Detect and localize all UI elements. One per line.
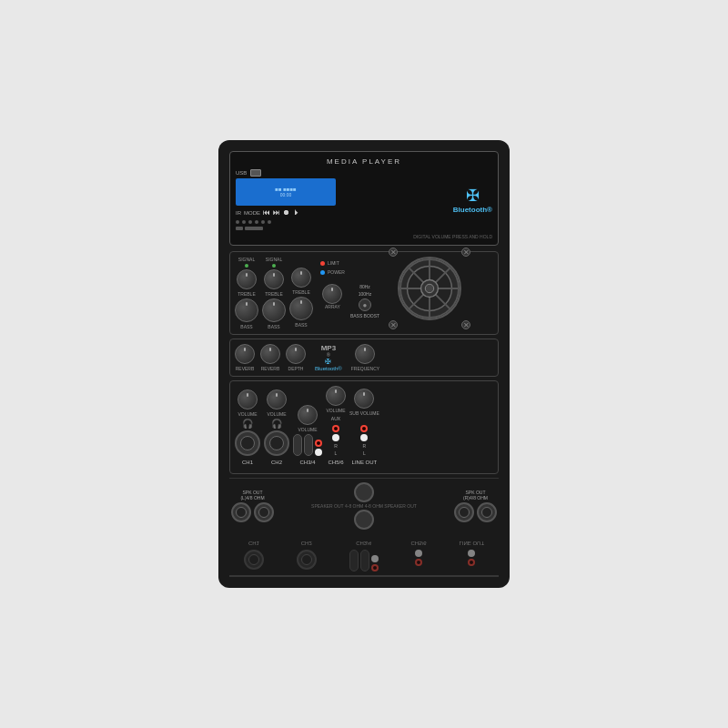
bass-boost-opt1: 80Hz	[359, 284, 370, 289]
spk-center-jack-2[interactable]	[354, 510, 374, 530]
refl-ch34-label: CH3/4	[356, 541, 371, 546]
vol-label-2: VOLUME	[267, 411, 286, 417]
array-knob[interactable]	[322, 284, 342, 304]
depth-knob[interactable]	[286, 344, 306, 364]
ir-label: IR	[236, 210, 241, 216]
ch56-label: CH5/6	[328, 460, 343, 465]
signal-led-2	[272, 264, 276, 268]
signal-led-1	[245, 264, 248, 268]
refl-lineout: LINE OUT	[459, 541, 484, 566]
ch1-icons: 🎧	[242, 419, 253, 429]
bluetooth-area: ✠ Bluetooth®	[453, 186, 492, 214]
refl-ch56-rca	[415, 550, 422, 566]
screw-bl: ✕	[389, 320, 398, 329]
eq-section: SIGNAL TREBLE BASS SIGNAL TREBLE BASS	[229, 251, 499, 335]
refl-rca-r	[371, 564, 379, 571]
sub-vol-label: SUB VOLUME	[349, 410, 379, 416]
depth-strip: DEPTH	[286, 344, 306, 371]
bass-boost-switch[interactable]: ●	[359, 298, 371, 311]
vol-knob-4[interactable]	[326, 386, 346, 406]
ch34-rca-r[interactable]	[315, 440, 322, 447]
reverb-knob-1[interactable]	[235, 344, 255, 364]
refl-lineout-rca	[468, 550, 475, 566]
eq-bars	[236, 227, 263, 230]
depth-label: DEPTH	[288, 366, 304, 371]
vol-knob-3[interactable]	[298, 405, 318, 425]
bass-knob-2[interactable]	[262, 298, 286, 322]
refl-ts-1	[349, 550, 359, 571]
ch34-ts-jack-2[interactable]	[304, 434, 313, 456]
transport-buttons: ⏮ ⏭ ⏺ ⏵	[263, 208, 300, 217]
spk-center-jack[interactable]	[354, 482, 374, 502]
refl-ch56-rca-l	[415, 550, 422, 557]
ch2-volume-area: VOLUME 🎧 CH2	[264, 389, 289, 465]
usb-label: USB	[236, 170, 247, 176]
fan-grill: ✕ ✕ ✕ ✕	[389, 248, 470, 329]
mp3-bluetooth-badge: MP3 ® ✠ Bluetooth®	[315, 344, 342, 371]
bluetooth-label: Bluetooth®	[453, 206, 492, 214]
refl-ch2-jack	[297, 550, 317, 570]
bass-boost-label: BASS BOOST	[350, 313, 379, 318]
media-player-title: MEDIA PLAYER	[236, 157, 492, 166]
limit-label: LIMIT	[328, 260, 339, 266]
ch34-ts-jack-1[interactable]	[293, 434, 302, 456]
bass-knob-1[interactable]	[235, 298, 258, 322]
spk-left-xlr-1[interactable]	[231, 502, 251, 522]
ch2-strip: SIGNAL TREBLE BASS	[262, 257, 286, 329]
spk-left-jacks	[231, 502, 274, 522]
cd-btn[interactable]: ⏺	[283, 208, 290, 217]
next-btn[interactable]: ⏭	[273, 208, 280, 217]
refl-ch34: CH3/4	[349, 541, 379, 571]
spk-right-xlr-1[interactable]	[454, 502, 474, 522]
ch34-rca-l[interactable]	[315, 449, 322, 456]
refl-lineout-rca-r	[468, 559, 475, 566]
reverb-knob-2[interactable]	[260, 344, 280, 364]
play-btn[interactable]: ⏵	[293, 208, 300, 217]
treble-label-2: TREBLE	[265, 291, 282, 297]
mp3-label: MP3	[321, 344, 336, 352]
vol-label-4: VOLUME	[326, 408, 345, 413]
reverb-label-1: REVERB	[236, 366, 255, 371]
ch2-icons: 🎧	[271, 419, 282, 429]
lineout-rca-r[interactable]	[360, 425, 368, 432]
spk-right-jacks	[454, 502, 497, 522]
lineout-l-label: L	[363, 450, 366, 456]
ch56-rca-r[interactable]	[332, 425, 339, 432]
refl-ch1: CH1	[244, 541, 264, 570]
ch34-jacks	[293, 434, 322, 456]
aux-label: AUX	[331, 416, 340, 421]
ch1-xlr-jack[interactable]	[235, 430, 260, 456]
ch56-rca-l[interactable]	[332, 434, 339, 441]
refl-ch34-jacks	[349, 550, 379, 571]
limit-led	[320, 261, 325, 266]
refl-ch56-rca-r	[415, 559, 422, 566]
refl-ts-2	[360, 550, 369, 571]
spk-left-xlr-2[interactable]	[254, 502, 274, 522]
l-label: L	[335, 450, 338, 456]
ch34-label: CH3/4	[299, 460, 315, 465]
ch2-label: CH2	[271, 460, 282, 465]
treble-knob-1[interactable]	[237, 269, 257, 289]
bass-knob-3[interactable]	[289, 297, 313, 320]
ch2-xlr-jack[interactable]	[264, 430, 289, 456]
bass-boost-area: 80Hz 100Hz ● BASS BOOST	[350, 284, 379, 318]
treble-knob-2[interactable]	[264, 269, 284, 289]
fan-area: ✕ ✕ ✕ ✕	[389, 248, 470, 329]
bass-label-1: BASS	[240, 324, 252, 329]
frequency-knob[interactable]	[355, 344, 375, 364]
vol-knob-1[interactable]	[238, 389, 258, 410]
vol-knob-2[interactable]	[267, 389, 287, 410]
screw-br: ✕	[461, 320, 470, 329]
ch34-rca-jacks	[315, 440, 322, 456]
prev-btn[interactable]: ⏮	[263, 208, 270, 217]
refl-lineout-label: LINE OUT	[459, 541, 484, 546]
lineout-rca-l[interactable]	[360, 434, 368, 441]
treble-knob-3[interactable]	[291, 268, 311, 288]
lineout-label: LINE OUT	[352, 460, 378, 465]
spk-right-xlr-2[interactable]	[477, 502, 497, 522]
sub-vol-knob[interactable]	[354, 389, 374, 409]
bluetooth-icon: ✠	[466, 186, 480, 206]
screw-tr: ✕	[461, 248, 470, 257]
power-indicator: POWER	[320, 269, 345, 275]
vol-label-1: VOLUME	[238, 411, 257, 417]
